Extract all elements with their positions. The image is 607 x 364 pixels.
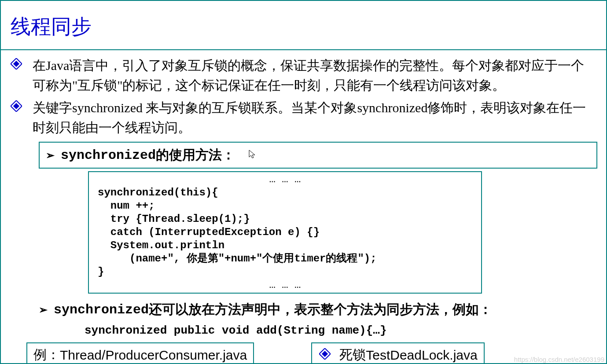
diamond-icon bbox=[11, 100, 22, 114]
keyword-text: synchronized bbox=[61, 148, 156, 163]
bullet-text: 在Java语言中，引入了对象互斥锁的概念，保证共享数据操作的完整性。每个对象都对… bbox=[33, 55, 597, 95]
code-line: } bbox=[98, 265, 472, 279]
example-prefix: 例： bbox=[33, 346, 60, 364]
usage-heading-box: ➢ synchronized 的使用方法： bbox=[39, 142, 597, 169]
code-ellipsis: … … … bbox=[98, 173, 472, 186]
code-line: catch (InterruptedException e) {} bbox=[98, 226, 472, 239]
example-box-left: 例： Thread/ProducerConsumer.java bbox=[26, 342, 254, 364]
heading-suffix: 还可以放在方法声明中，表示整个方法为同步方法，例如： bbox=[149, 301, 492, 319]
watermark: https://blog.csdn.net/e2603199 bbox=[514, 356, 604, 363]
arrowhead-icon: ➢ bbox=[46, 149, 55, 162]
svg-rect-3 bbox=[14, 103, 18, 108]
deadlock-path: TestDeadLock.java bbox=[366, 348, 477, 363]
heading-suffix: 的使用方法： bbox=[156, 146, 235, 164]
code-line: synchronized(this){ bbox=[98, 186, 472, 199]
svg-rect-5 bbox=[323, 351, 327, 356]
code-line: try {Thread.sleep(1);} bbox=[98, 213, 472, 226]
diamond-icon bbox=[11, 58, 22, 71]
example-path: Thread/ProducerConsumer.java bbox=[60, 348, 247, 363]
code-line: (name+", 你是第"+num+"个使用timer的线程"); bbox=[98, 252, 472, 265]
diamond-icon bbox=[319, 348, 331, 363]
method-heading: ➢ synchronized 还可以放在方法声明中，表示整个方法为同步方法，例如… bbox=[39, 301, 597, 319]
mouse-cursor-icon bbox=[248, 148, 256, 163]
bullet-row: 关键字synchronized 来与对象的互斥锁联系。当某个对象synchron… bbox=[10, 98, 597, 137]
keyword-text: synchronized bbox=[54, 302, 149, 317]
deadlock-prefix: 死锁 bbox=[339, 346, 366, 364]
example-box-right: 死锁 TestDeadLock.java bbox=[311, 342, 484, 364]
bullet-text: 关键字synchronized 来与对象的互斥锁联系。当某个对象synchron… bbox=[33, 98, 597, 137]
arrowhead-icon: ➢ bbox=[39, 304, 48, 316]
content-area: 在Java语言中，引入了对象互斥锁的概念，保证共享数据操作的完整性。每个对象都对… bbox=[1, 50, 606, 364]
method-signature: synchronized public void add(String name… bbox=[85, 324, 597, 337]
code-line: System.out.println bbox=[98, 239, 472, 252]
bottom-row: 例： Thread/ProducerConsumer.java 死锁 TestD… bbox=[10, 342, 597, 364]
code-block: … … … synchronized(this){ num ++; try {T… bbox=[88, 171, 482, 294]
page-title: 线程同步 bbox=[11, 13, 596, 40]
svg-rect-1 bbox=[14, 61, 18, 66]
slide-frame: 线程同步 在Java语言中，引入了对象互斥锁的概念，保证共享数据操作的完整性。每… bbox=[0, 0, 607, 364]
bullet-row: 在Java语言中，引入了对象互斥锁的概念，保证共享数据操作的完整性。每个对象都对… bbox=[10, 55, 597, 95]
code-ellipsis: … … … bbox=[98, 279, 472, 292]
code-line: num ++; bbox=[98, 199, 472, 213]
title-bar: 线程同步 bbox=[1, 1, 606, 50]
